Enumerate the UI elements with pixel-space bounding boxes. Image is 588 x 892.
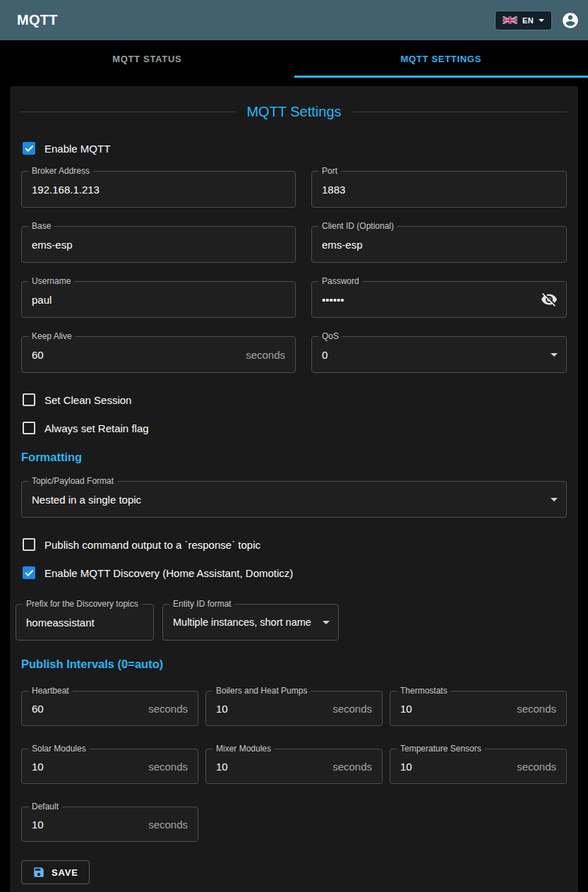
qos-select[interactable]: QoS 0 [311, 336, 567, 373]
client-id-label: Client ID (Optional) [318, 222, 397, 231]
clean-session-checkbox[interactable] [23, 393, 35, 406]
mqtt-discovery-row: Enable MQTT Discovery (Home Assistant, D… [21, 564, 567, 581]
temperature-sensors-label: Temperature Sensors [397, 744, 485, 754]
qos-label: QoS [318, 332, 342, 341]
account-circle-icon [561, 11, 580, 30]
tab-mqtt-settings-label: MQTT SETTINGS [400, 54, 481, 64]
publish-intervals-heading: Publish Intervals (0=auto) [21, 658, 567, 671]
thermostats-input[interactable] [390, 691, 566, 725]
dropdown-arrow-icon [323, 621, 330, 624]
discovery-prefix-input[interactable] [16, 605, 153, 640]
default-input[interactable] [22, 807, 198, 841]
toggle-password-visibility-button[interactable] [538, 288, 560, 311]
active-tab-indicator [294, 76, 588, 78]
password-label: Password [318, 277, 363, 286]
tab-bar: MQTT STATUS MQTT SETTINGS [0, 40, 588, 78]
language-label: EN [522, 16, 534, 25]
chevron-down-icon [539, 19, 544, 22]
clean-session-row: Set Clean Session [21, 391, 567, 408]
broker-address-input[interactable] [22, 172, 295, 207]
broker-port-row: Broker Address Port [21, 171, 567, 208]
retain-flag-label: Always set Retain flag [44, 422, 149, 434]
visibility-off-icon [541, 291, 558, 308]
broker-address-label: Broker Address [28, 167, 93, 176]
publish-response-label: Publish command output to a `response` t… [44, 539, 260, 551]
keep-alive-label: Keep Alive [28, 332, 76, 341]
topic-format-select[interactable]: Topic/Payload Format Nested in a single … [21, 481, 567, 518]
uk-flag-icon [503, 16, 517, 24]
username-label: Username [28, 277, 74, 286]
dropdown-arrow-icon [551, 498, 558, 501]
keep-alive-field: Keep Alive seconds [21, 336, 296, 373]
page-title-row: MQTT Settings [21, 103, 567, 120]
formatting-heading: Formatting [21, 451, 567, 464]
retain-flag-row: Always set Retain flag [21, 420, 567, 436]
entity-id-format-value: Multiple instances, short name [173, 617, 311, 628]
publish-response-row: Publish command output to a `response` t… [21, 536, 567, 553]
mixer-label: Mixer Modules [212, 744, 275, 754]
topic-format-value: Nested in a single topic [32, 494, 141, 506]
clean-session-label: Set Clean Session [44, 394, 131, 406]
settings-card: MQTT Settings Enable MQTT Broker Address… [10, 86, 578, 892]
thermostats-label: Thermostats [397, 686, 451, 696]
temperature-sensors-interval-field: Temperature Sensors seconds [390, 749, 567, 784]
solar-label: Solar Modules [28, 744, 90, 754]
save-button-label: SAVE [52, 867, 78, 878]
retain-flag-checkbox[interactable] [23, 422, 35, 434]
boilers-interval-field: Boilers and Heat Pumps seconds [205, 691, 383, 726]
enable-mqtt-row: Enable MQTT [21, 140, 567, 157]
enable-mqtt-checkbox[interactable] [23, 142, 35, 155]
divider [21, 112, 235, 112]
tab-mqtt-status-label: MQTT STATUS [112, 54, 181, 64]
default-label: Default [28, 802, 62, 811]
entity-id-format-label: Entity ID format [169, 600, 235, 609]
account-button[interactable] [561, 11, 580, 30]
topic-format-label: Topic/Payload Format [28, 477, 117, 486]
username-input[interactable] [22, 282, 295, 317]
solar-input[interactable] [22, 749, 198, 783]
enable-mqtt-label: Enable MQTT [44, 143, 110, 155]
broker-address-field: Broker Address [21, 171, 296, 208]
heartbeat-interval-field: Heartbeat seconds [21, 691, 198, 726]
topic-format-row: Topic/Payload Format Nested in a single … [21, 481, 567, 518]
tab-mqtt-status[interactable]: MQTT STATUS [0, 40, 294, 78]
discovery-prefix-label: Prefix for the Discovery topics [23, 600, 142, 609]
language-selector[interactable]: EN [495, 11, 552, 30]
password-input[interactable] [312, 282, 566, 317]
client-id-field: Client ID (Optional) [311, 226, 567, 263]
dropdown-arrow-icon [551, 353, 558, 357]
thermostats-interval-field: Thermostats seconds [390, 691, 567, 726]
boilers-label: Boilers and Heat Pumps [212, 686, 311, 696]
save-button[interactable]: SAVE [21, 860, 90, 884]
client-id-input[interactable] [312, 227, 566, 262]
entity-id-format-select[interactable]: Entity ID format Multiple instances, sho… [162, 604, 339, 641]
app-title: MQTT [17, 12, 58, 28]
port-label: Port [318, 167, 341, 176]
temperature-sensors-input[interactable] [390, 749, 566, 783]
solar-interval-field: Solar Modules seconds [21, 749, 198, 784]
heartbeat-label: Heartbeat [28, 686, 73, 696]
heartbeat-input[interactable] [22, 691, 198, 725]
mixer-input[interactable] [206, 749, 382, 783]
base-input[interactable] [22, 227, 295, 262]
boilers-input[interactable] [206, 691, 382, 725]
mqtt-discovery-checkbox[interactable] [23, 566, 35, 579]
mqtt-discovery-label: Enable MQTT Discovery (Home Assistant, D… [44, 567, 293, 579]
credentials-row: Username Password [21, 281, 567, 318]
app-bar: MQTT EN [0, 0, 588, 40]
save-icon [32, 866, 45, 879]
password-field: Password [311, 281, 567, 318]
base-clientid-row: Base Client ID (Optional) [21, 226, 567, 263]
qos-value: 0 [322, 349, 328, 361]
base-label: Base [28, 222, 54, 231]
discovery-options-row: Prefix for the Discovery topics Entity I… [16, 604, 567, 641]
base-field: Base [21, 226, 296, 263]
divider [353, 112, 567, 112]
discovery-prefix-field: Prefix for the Discovery topics [16, 604, 154, 641]
publish-response-checkbox[interactable] [23, 538, 35, 551]
tab-mqtt-settings[interactable]: MQTT SETTINGS [294, 40, 588, 78]
port-input[interactable] [312, 172, 566, 207]
keep-alive-input[interactable] [22, 337, 295, 372]
app-bar-actions: EN [495, 11, 580, 30]
keepalive-qos-row: Keep Alive seconds QoS 0 [21, 336, 567, 373]
